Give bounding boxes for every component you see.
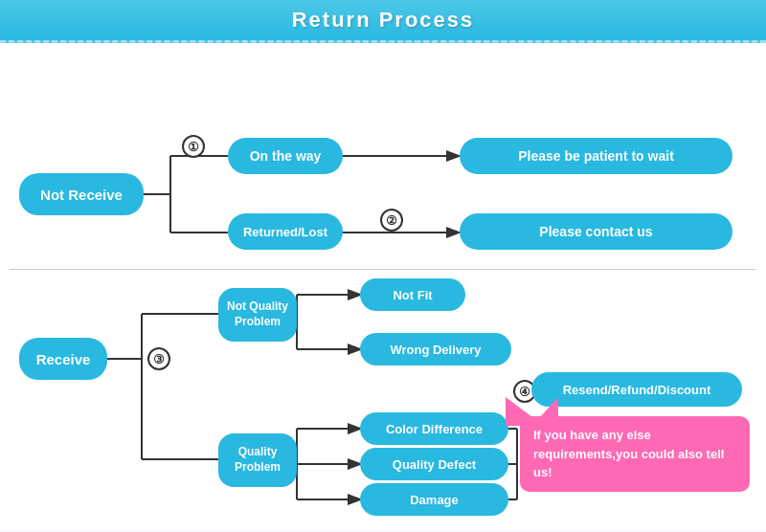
please-contact-node: Please contact us (460, 213, 732, 250)
circle-3: ③ (147, 347, 170, 370)
on-the-way-node: On the way (228, 138, 343, 174)
speech-bubble: If you have any else requirements,you co… (520, 416, 750, 492)
not-fit-node: Not Fit (360, 278, 465, 311)
circle-1: ① (182, 135, 205, 158)
content-area: Not Receive ① On the way Returned/Lost P… (0, 43, 766, 531)
divider (10, 269, 756, 270)
quality-node: Quality Problem (218, 433, 297, 487)
please-wait-node: Please be patient to wait (460, 138, 732, 174)
receive-node: Receive (19, 338, 107, 380)
not-receive-node: Not Receive (19, 173, 144, 215)
resend-node: Resend/Refund/Discount (531, 372, 742, 407)
header-title: Return Process (292, 8, 475, 32)
circle-2: ② (380, 209, 403, 232)
header: Return Process (0, 0, 766, 43)
returned-lost-node: Returned/Lost (228, 213, 343, 250)
not-quality-node: Not Quality Problem (218, 288, 297, 342)
quality-defect-node: Quality Defect (360, 448, 508, 480)
wrong-delivery-node: Wrong Delivery (360, 333, 511, 366)
damage-node: Damage (360, 483, 508, 516)
color-difference-node: Color Difference (360, 412, 508, 445)
